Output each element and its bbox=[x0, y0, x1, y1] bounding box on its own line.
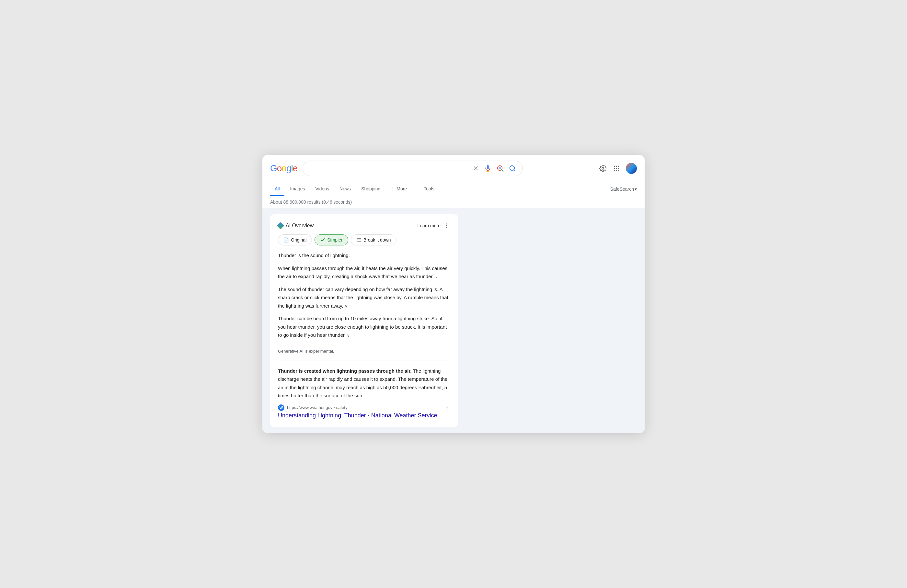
svg-point-25 bbox=[447, 406, 448, 407]
ai-menu-button[interactable] bbox=[443, 222, 450, 229]
document-icon: 📄 bbox=[284, 237, 289, 243]
learn-more-link[interactable]: Learn more bbox=[417, 223, 441, 228]
svg-rect-12 bbox=[618, 166, 619, 167]
svg-point-26 bbox=[447, 407, 448, 408]
svg-point-21 bbox=[446, 227, 447, 228]
mode-original-button[interactable]: 📄 Original bbox=[278, 235, 312, 245]
avatar[interactable] bbox=[626, 163, 637, 174]
search-icon bbox=[509, 165, 516, 172]
source-menu-button[interactable] bbox=[444, 404, 450, 411]
tab-more[interactable]: ⋮ More bbox=[386, 182, 412, 196]
tab-shopping[interactable]: Shopping bbox=[357, 182, 385, 196]
tab-tools[interactable]: Tools bbox=[419, 182, 439, 196]
apps-button[interactable] bbox=[612, 164, 621, 173]
expand-icon-2[interactable]: ∨ bbox=[345, 304, 348, 308]
header: Google explain the connection between li… bbox=[262, 155, 645, 182]
ai-text: Thunder is the sound of lightning. When … bbox=[278, 251, 450, 339]
svg-rect-15 bbox=[618, 168, 619, 169]
gear-icon bbox=[599, 165, 606, 172]
svg-point-5 bbox=[499, 167, 501, 169]
ai-paragraph-4: Thunder can be heard from up to 10 miles… bbox=[278, 315, 450, 339]
safesearch[interactable]: SafeSearch ▾ bbox=[610, 187, 637, 192]
microphone-icon bbox=[484, 165, 491, 172]
list-icon bbox=[356, 237, 362, 243]
source-link[interactable]: Understanding Lightning: Thunder - Natio… bbox=[278, 412, 450, 419]
svg-rect-10 bbox=[614, 166, 615, 167]
settings-button[interactable] bbox=[599, 164, 607, 173]
ai-overview-title: AI Overview bbox=[278, 223, 314, 228]
check-icon bbox=[320, 237, 325, 243]
google-logo: Google bbox=[270, 163, 297, 174]
svg-point-20 bbox=[446, 225, 447, 226]
expand-icon-1[interactable]: ∨ bbox=[435, 275, 438, 279]
ai-paragraph-3: The sound of thunder can vary depending … bbox=[278, 285, 450, 310]
content-area: AI Overview Learn more 📄 Original bbox=[262, 208, 645, 433]
header-right bbox=[599, 163, 637, 174]
results-count: About 88,600,000 results (0.46 seconds) bbox=[262, 196, 645, 208]
svg-rect-17 bbox=[616, 170, 617, 171]
svg-point-9 bbox=[602, 168, 604, 170]
search-button[interactable] bbox=[508, 164, 517, 173]
tab-all[interactable]: All bbox=[270, 182, 284, 196]
search-icons bbox=[472, 164, 517, 173]
svg-rect-14 bbox=[616, 168, 617, 169]
search-bar: explain the connection between lightning… bbox=[303, 161, 523, 176]
source-url: https://www.weather.gov › safety bbox=[287, 405, 347, 410]
svg-rect-13 bbox=[614, 168, 615, 169]
expand-icon-3[interactable]: ∨ bbox=[347, 333, 350, 338]
source-text: Thunder is created when lightning passes… bbox=[278, 367, 450, 400]
svg-rect-11 bbox=[616, 166, 617, 167]
vertical-dots-icon bbox=[444, 223, 450, 228]
tab-images[interactable]: Images bbox=[286, 182, 310, 196]
svg-line-8 bbox=[514, 170, 515, 171]
svg-rect-16 bbox=[614, 170, 615, 171]
tab-videos[interactable]: Videos bbox=[311, 182, 334, 196]
mode-break-button[interactable]: Break it down bbox=[351, 235, 396, 245]
svg-rect-18 bbox=[618, 170, 619, 171]
svg-point-27 bbox=[447, 409, 448, 410]
source-dots-icon bbox=[444, 405, 450, 410]
source-favicon: W bbox=[278, 404, 284, 411]
lens-button[interactable] bbox=[496, 164, 504, 173]
svg-point-19 bbox=[446, 224, 447, 225]
search-input[interactable]: explain the connection between lightning… bbox=[309, 165, 468, 171]
chevron-down-icon: ▾ bbox=[635, 187, 637, 192]
lens-icon bbox=[497, 165, 504, 172]
ai-paragraph-1: Thunder is the sound of lightning. bbox=[278, 251, 450, 260]
generative-note: Generative AI is experimental. bbox=[278, 344, 450, 353]
source-section: Thunder is created when lightning passes… bbox=[278, 360, 450, 419]
browser-window: Google explain the connection between li… bbox=[262, 155, 645, 433]
ai-actions: Learn more bbox=[417, 222, 450, 229]
microphone-button[interactable] bbox=[484, 164, 492, 173]
ai-overview-header: AI Overview Learn more bbox=[278, 222, 450, 229]
ai-diamond-icon bbox=[277, 222, 284, 230]
tab-news[interactable]: News bbox=[335, 182, 355, 196]
more-dots-icon: ⋮ bbox=[391, 186, 395, 191]
grid-icon bbox=[613, 165, 620, 172]
svg-line-6 bbox=[502, 170, 503, 171]
clear-button[interactable] bbox=[472, 165, 480, 172]
mode-simpler-button[interactable]: Simpler bbox=[314, 235, 348, 245]
ai-overview-card: AI Overview Learn more 📄 Original bbox=[270, 214, 458, 427]
mode-buttons: 📄 Original Simpler Break it down bbox=[278, 235, 450, 245]
source-attribution: W https://www.weather.gov › safety bbox=[278, 404, 450, 411]
nav-tabs: All Images Videos News Shopping ⋮ More T… bbox=[262, 182, 645, 196]
ai-paragraph-2: When lightning passes through the air, i… bbox=[278, 264, 450, 281]
close-icon bbox=[473, 165, 479, 172]
